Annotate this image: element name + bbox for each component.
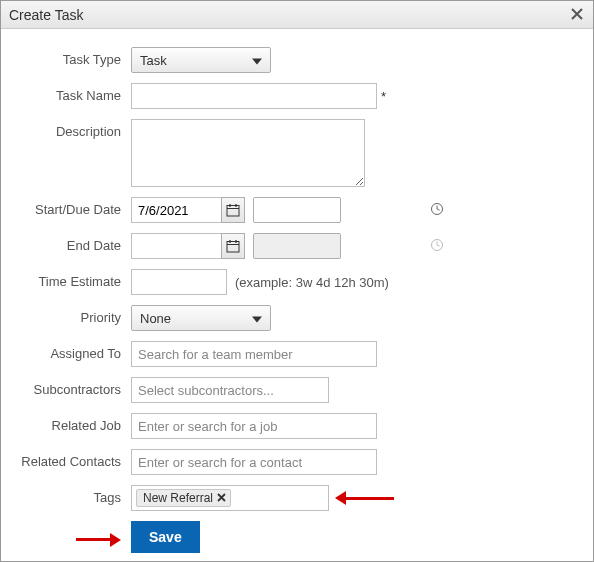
subcontractors-input[interactable]: [131, 377, 329, 403]
dialog-body: Task Type Task Task Name * Description S…: [1, 29, 593, 562]
save-button[interactable]: Save: [131, 521, 200, 553]
start-time-picker-button[interactable]: [430, 199, 444, 221]
clock-icon: [430, 202, 444, 219]
end-time-wrapper: [253, 233, 341, 259]
required-mark: *: [381, 89, 386, 104]
tags-input[interactable]: New Referral: [131, 485, 329, 511]
start-time-input[interactable]: [254, 199, 430, 221]
time-estimate-hint: (example: 3w 4d 12h 30m): [235, 275, 389, 290]
end-date-picker-button[interactable]: [221, 233, 245, 259]
dialog-title: Create Task: [9, 7, 569, 23]
close-icon: [571, 6, 583, 23]
label-subcontractors: Subcontractors: [19, 377, 131, 397]
annotation-arrow-tags: [335, 491, 394, 505]
label-end-date: End Date: [19, 233, 131, 253]
start-date-picker-button[interactable]: [221, 197, 245, 223]
svg-line-13: [437, 245, 440, 246]
related-job-input[interactable]: [131, 413, 377, 439]
clock-icon: [430, 238, 444, 255]
task-type-select[interactable]: Task: [131, 47, 271, 73]
tag-label: New Referral: [143, 491, 213, 505]
assigned-to-input[interactable]: [131, 341, 377, 367]
end-date-input[interactable]: [131, 233, 221, 259]
calendar-icon: [226, 203, 240, 217]
start-date-input[interactable]: [131, 197, 221, 223]
label-task-name: Task Name: [19, 83, 131, 103]
calendar-icon: [226, 239, 240, 253]
close-icon: [217, 491, 226, 505]
tag-remove-button[interactable]: [217, 491, 226, 505]
label-tags: Tags: [19, 485, 131, 505]
label-start-due: Start/Due Date: [19, 197, 131, 217]
label-priority: Priority: [19, 305, 131, 325]
svg-line-6: [437, 209, 440, 210]
priority-value: None: [140, 311, 171, 326]
time-estimate-input[interactable]: [131, 269, 227, 295]
start-time-wrapper: [253, 197, 341, 223]
dialog-titlebar: Create Task: [1, 1, 593, 29]
create-task-dialog: Create Task Task Type Task Task Name *: [0, 0, 594, 562]
label-assigned-to: Assigned To: [19, 341, 131, 361]
label-related-contacts: Related Contacts: [19, 449, 131, 469]
label-description: Description: [19, 119, 131, 139]
end-time-input: [254, 235, 430, 257]
annotation-arrow-save: [76, 533, 121, 547]
end-time-picker-button: [430, 235, 444, 257]
label-related-job: Related Job: [19, 413, 131, 433]
task-name-input[interactable]: [131, 83, 377, 109]
svg-rect-7: [227, 242, 239, 253]
svg-rect-0: [227, 206, 239, 217]
description-textarea[interactable]: [131, 119, 365, 187]
label-task-type: Task Type: [19, 47, 131, 67]
chevron-down-icon: [252, 53, 262, 68]
close-button[interactable]: [569, 7, 585, 23]
priority-select[interactable]: None: [131, 305, 271, 331]
label-time-estimate: Time Estimate: [19, 269, 131, 289]
tag-chip: New Referral: [136, 489, 231, 507]
chevron-down-icon: [252, 311, 262, 326]
task-type-value: Task: [140, 53, 167, 68]
related-contacts-input[interactable]: [131, 449, 377, 475]
